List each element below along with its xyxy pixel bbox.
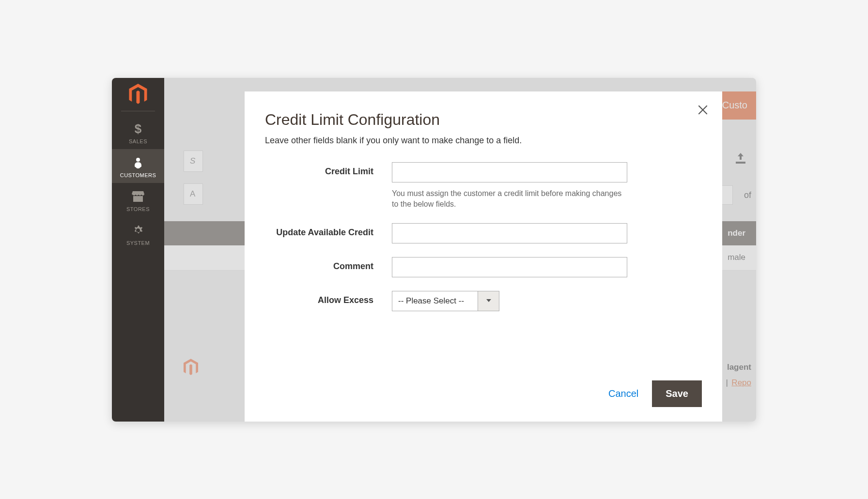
form-row-update-available-credit: Update Available Credit — [265, 223, 702, 243]
close-icon — [697, 104, 709, 118]
form-row-credit-limit: Credit Limit You must assign the custome… — [265, 162, 702, 210]
credit-limit-hint: You must assign the customer a credit li… — [392, 188, 627, 210]
credit-limit-label: Credit Limit — [265, 162, 392, 177]
allow-excess-select[interactable]: -- Please Select -- — [392, 291, 499, 311]
chevron-down-icon — [486, 297, 492, 305]
allow-excess-dropdown-button[interactable] — [478, 291, 499, 311]
sidebar-item-label: STORES — [126, 206, 150, 212]
store-icon — [132, 190, 144, 203]
credit-limit-modal: Credit Limit Configuration Leave other f… — [245, 91, 722, 422]
comment-label: Comment — [265, 257, 392, 272]
modal-title: Credit Limit Configuration — [265, 111, 702, 129]
save-button[interactable]: Save — [652, 380, 702, 407]
main-content: Custo S A of nder male lagent | Repo — [164, 78, 756, 422]
modal-footer: Cancel Save — [265, 371, 702, 407]
svg-text:$: $ — [135, 122, 142, 135]
allow-excess-label: Allow Excess — [265, 291, 392, 305]
divider — [121, 111, 155, 111]
form-row-allow-excess: Allow Excess -- Please Select -- — [265, 291, 702, 311]
cancel-button[interactable]: Cancel — [608, 388, 638, 399]
sidebar-item-sales[interactable]: $ SALES — [112, 115, 164, 149]
app-window: $ SALES CUSTOMERS STORES SYSTEM Custo — [112, 78, 756, 422]
update-available-credit-input[interactable] — [392, 223, 627, 243]
comment-input[interactable] — [392, 257, 627, 277]
sidebar-item-label: SYSTEM — [126, 240, 150, 246]
dollar-icon: $ — [134, 122, 142, 136]
svg-point-1 — [136, 158, 140, 162]
credit-limit-form: Credit Limit You must assign the custome… — [265, 162, 702, 312]
sidebar-item-label: CUSTOMERS — [120, 172, 156, 178]
form-row-comment: Comment — [265, 257, 702, 277]
update-available-credit-label: Update Available Credit — [265, 223, 392, 238]
sidebar-item-stores[interactable]: STORES — [112, 183, 164, 217]
allow-excess-selected-value: -- Please Select -- — [392, 291, 478, 311]
gear-icon — [132, 224, 144, 237]
sidebar-item-system[interactable]: SYSTEM — [112, 217, 164, 251]
sidebar-item-label: SALES — [129, 138, 147, 144]
close-button[interactable] — [694, 102, 712, 120]
credit-limit-input[interactable] — [392, 162, 627, 182]
modal-subtitle: Leave other fields blank if you only wan… — [265, 136, 702, 146]
magento-logo-icon — [127, 84, 149, 105]
sidebar: $ SALES CUSTOMERS STORES SYSTEM — [112, 78, 164, 422]
sidebar-item-customers[interactable]: CUSTOMERS — [112, 149, 164, 183]
person-icon — [133, 156, 143, 169]
